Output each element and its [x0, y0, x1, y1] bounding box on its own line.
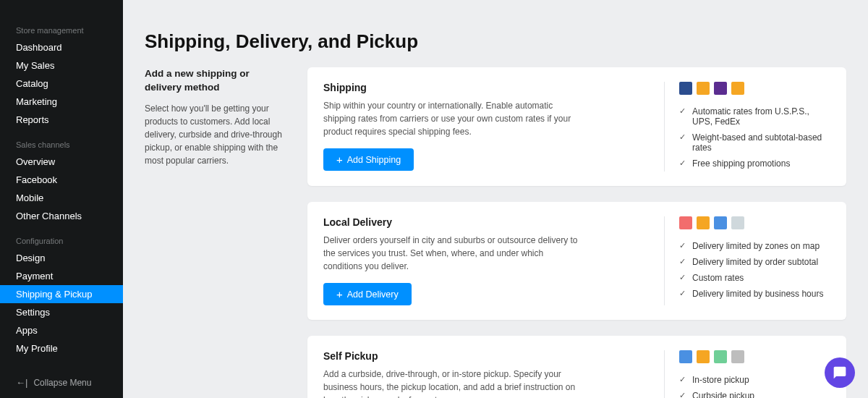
chat-launcher-button[interactable]: [825, 357, 855, 388]
price-icon: [697, 216, 710, 229]
sidebar-item-catalog[interactable]: Catalog: [0, 75, 123, 93]
page-title: Shipping, Delivery, and Pickup: [145, 30, 846, 53]
card-shipping: ShippingShip within your country or inte…: [307, 67, 846, 186]
sidebar-item-dashboard[interactable]: Dashboard: [0, 38, 123, 56]
feature-list: Delivery limited by zones on mapDelivery…: [679, 238, 830, 302]
sidebar-item-reports[interactable]: Reports: [0, 111, 123, 129]
sidebar-item-payment[interactable]: Payment: [0, 267, 123, 285]
sidebar-item-facebook[interactable]: Facebook: [0, 171, 123, 189]
feature-item: Delivery limited by business hours: [679, 286, 830, 302]
sidebar-item-my-profile[interactable]: My Profile: [0, 339, 123, 357]
calendar-icon: [731, 82, 744, 95]
card-title: Shipping: [323, 82, 650, 93]
intro-heading: Add a new shipping or delivery method: [145, 67, 286, 95]
pin-icon: [679, 216, 692, 229]
sidebar: Store managementDashboardMy SalesCatalog…: [0, 0, 123, 398]
feature-item: Curbside pickup: [679, 388, 830, 398]
sidebar-item-marketing[interactable]: Marketing: [0, 93, 123, 111]
intro-text: Select how you'll be getting your produc…: [145, 102, 286, 167]
card-title: Local Delivery: [323, 216, 650, 228]
feature-list: Automatic rates from U.S.P.S., UPS, FedE…: [679, 103, 830, 172]
card-title: Self Pickup: [323, 350, 650, 362]
feature-item: Weight-based and subtotal-based rates: [679, 130, 830, 156]
feature-item: Custom rates: [679, 270, 830, 286]
collapse-arrow-icon: ←|: [16, 377, 27, 388]
chat-icon: [833, 365, 847, 380]
ups-icon: [697, 82, 710, 95]
fedex-icon: [714, 82, 727, 95]
plus-icon: +: [336, 154, 343, 165]
intro-panel: Add a new shipping or delivery method Se…: [145, 67, 286, 398]
sidebar-heading: Sales channels: [0, 136, 123, 153]
sidebar-item-my-sales[interactable]: My Sales: [0, 56, 123, 75]
schedule-icon: [731, 216, 744, 229]
feature-item: Automatic rates from U.S.P.S., UPS, FedE…: [679, 103, 830, 130]
sidebar-item-mobile[interactable]: Mobile: [0, 189, 123, 207]
card-local-delivery: Local DeliveryDeliver orders yourself in…: [307, 202, 846, 320]
usps-icon: [679, 82, 692, 95]
add-local-delivery-button[interactable]: +Add Delivery: [323, 283, 412, 305]
sidebar-heading: Store management: [0, 22, 123, 38]
main-content: Shipping, Delivery, and Pickup Add a new…: [123, 0, 868, 398]
feature-list: In-store pickupCurbside pickupDrive-thro…: [679, 372, 830, 398]
store-icon: [697, 350, 710, 363]
feature-item: In-store pickup: [679, 372, 830, 388]
person-icon: [679, 350, 692, 363]
sidebar-item-overview[interactable]: Overview: [0, 153, 123, 171]
card-description: Deliver orders yourself in city and subu…: [323, 234, 584, 273]
card-description: Add a curbside, drive-through, or in-sto…: [323, 368, 584, 398]
sidebar-item-settings[interactable]: Settings: [0, 303, 123, 321]
calendar-icon: [714, 216, 727, 229]
building-icon: [731, 350, 744, 363]
feature-item: Free shipping promotions: [679, 156, 830, 172]
add-shipping-button[interactable]: +Add Shipping: [323, 148, 414, 171]
sidebar-item-other-channels[interactable]: Other Channels: [0, 207, 123, 225]
sidebar-item-apps[interactable]: Apps: [0, 321, 123, 339]
feature-icons: [679, 216, 830, 229]
card-self-pickup: Self PickupAdd a curbside, drive-through…: [307, 336, 846, 398]
feature-item: Delivery limited by zones on map: [679, 238, 830, 254]
sidebar-item-shipping-pickup[interactable]: Shipping & Pickup: [0, 285, 123, 303]
car-icon: [714, 350, 727, 363]
sidebar-item-design[interactable]: Design: [0, 249, 123, 267]
feature-icons: [679, 82, 830, 95]
collapse-menu[interactable]: ←| Collapse Menu: [0, 367, 123, 398]
cards-list: ShippingShip within your country or inte…: [307, 67, 846, 398]
card-description: Ship within your country or internationa…: [323, 99, 584, 138]
collapse-label: Collapse Menu: [33, 378, 91, 388]
button-label: Add Shipping: [347, 155, 401, 165]
sidebar-heading: Configuration: [0, 232, 123, 249]
plus-icon: +: [336, 289, 343, 300]
button-label: Add Delivery: [347, 289, 399, 300]
feature-item: Delivery limited by order subtotal: [679, 254, 830, 270]
feature-icons: [679, 350, 830, 363]
